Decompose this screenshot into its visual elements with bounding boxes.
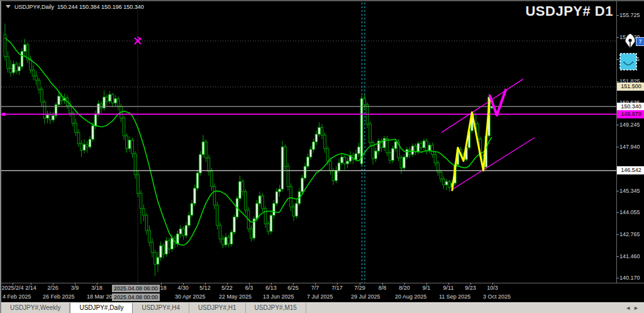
time-tick-label: 6/25 [287, 285, 299, 291]
time-tick-label: 2025/2/4 [1, 285, 23, 291]
mt4-chart-window: USDJPY#,Daily 150.244 150.384 150.196 15… [0, 0, 644, 313]
time-axis-separator [1, 283, 644, 283]
price-tick-label: 145.345 [619, 188, 640, 194]
time-tick-label: 5/22 [221, 285, 233, 291]
time-tick-label: 3/18 [91, 285, 103, 291]
tab-usdjpy-h4[interactable]: USDJPY#,H4 [133, 303, 189, 313]
time-tick-label: 2/14 [25, 285, 36, 291]
tab-usdjpy-m15[interactable]: USDJPY#,M15 [246, 303, 306, 313]
price-tick-mark [616, 81, 619, 82]
time-anchor-label: 4 Feb 2025 [3, 293, 31, 300]
time-tick-label: 10/3 [487, 285, 498, 291]
time-anchor-label: 22 May 2025 [219, 293, 252, 300]
time-tick-label: 4/30 [177, 285, 189, 291]
current-price-label: 146.542 [617, 166, 644, 174]
time-tick-label: 7/7 [311, 285, 319, 291]
price-tick-label: 142.765 [619, 231, 640, 237]
price-tick-mark [616, 37, 619, 38]
time-anchor-label: 29 Jul 2025 [351, 293, 380, 300]
tab-usdjpy-daily[interactable]: USDJPY#,Daily [70, 303, 133, 313]
time-tick-label: 6/13 [265, 285, 277, 291]
time-anchor-label: 11 Sep 2025 [439, 293, 470, 300]
price-tick-label: 141.460 [619, 253, 640, 259]
time-tick-label: 7/29 [354, 285, 365, 291]
time-tick-label: 8/8 [379, 285, 387, 291]
price-tick-mark [616, 278, 619, 278]
price-axis-separator [616, 1, 617, 283]
notification-badge[interactable]: 7 [636, 37, 644, 46]
time-tick-label: 9/11 [443, 285, 454, 291]
time-anchor-label: 7 Jul 2025 [307, 293, 333, 300]
tab-scroll-left-icon[interactable]: ◄ [625, 305, 633, 311]
time-tick-label: 7/17 [331, 285, 343, 291]
price-tick-mark [616, 125, 619, 125]
chevron-down-icon[interactable] [6, 5, 11, 8]
price-tick-mark [616, 191, 619, 191]
price-tick-mark [616, 147, 619, 147]
tab-scroll-arrows[interactable]: ◄► [625, 305, 641, 311]
tab-scroll-right-icon[interactable]: ► [633, 305, 641, 311]
tab-usdjpy-weekly[interactable]: USDJPY#,Weekly [1, 303, 70, 313]
current-price-label: 150.340 [617, 103, 644, 111]
price-tick-label: 149.245 [619, 122, 640, 128]
time-tick-label: 9/1 [423, 285, 431, 291]
time-anchor-label: 13 Jun 2025 [263, 293, 294, 300]
price-tick-label: 144.055 [619, 209, 640, 215]
time-tick-label: 3/9 [71, 285, 79, 291]
price-tick-mark [616, 15, 619, 16]
price-tick-label: 140.170 [619, 275, 640, 281]
chart-title: USDJPY#,Daily 150.244 150.384 150.196 15… [14, 4, 144, 10]
price-tick-mark [616, 234, 619, 235]
chart-tab-bar: USDJPY#,WeeklyUSDJPY#,DailyUSDJPY#,H4USD… [1, 302, 644, 313]
alert-price-label: 151.500 [617, 83, 644, 91]
symbol-period-label: USDJPY#,Daily [14, 4, 54, 10]
tab-usdjpy-h1[interactable]: USDJPY#,H1 [189, 303, 246, 313]
price-tick-label: 147.940 [619, 144, 640, 150]
time-anchor-label: 26 Feb 2025 [43, 293, 75, 300]
hline-price-label: 149.879 [617, 110, 644, 118]
time-tick-label: 9/23 [465, 285, 476, 291]
time-tick-label: 8/20 [399, 285, 410, 291]
vline-date-tooltip-row2: 2025.04.08 00:00 [112, 293, 160, 301]
price-tick-mark [616, 256, 619, 257]
chart-plot-area[interactable] [1, 1, 644, 283]
time-tick-label: 6/3 [245, 285, 253, 291]
price-tick-mark [616, 59, 619, 60]
ohlc-values: 150.244 150.384 150.196 150.340 [57, 4, 144, 10]
symbol-watermark: USDJPY# D1 [525, 3, 613, 20]
price-tick-mark [616, 212, 619, 213]
time-anchor-label: 3 Oct 2025 [483, 293, 511, 300]
expert-smiley-icon[interactable] [619, 53, 637, 71]
time-tick-label: 5/12 [199, 285, 211, 291]
time-anchor-label: 30 Apr 2025 [175, 293, 206, 300]
time-tick-label: 2/26 [47, 285, 58, 291]
time-anchor-label: 20 Aug 2025 [395, 293, 427, 300]
price-tick-label: 155.725 [619, 12, 640, 18]
vline-date-tooltip-row1: 2025.04.08 06:00 [112, 285, 160, 292]
